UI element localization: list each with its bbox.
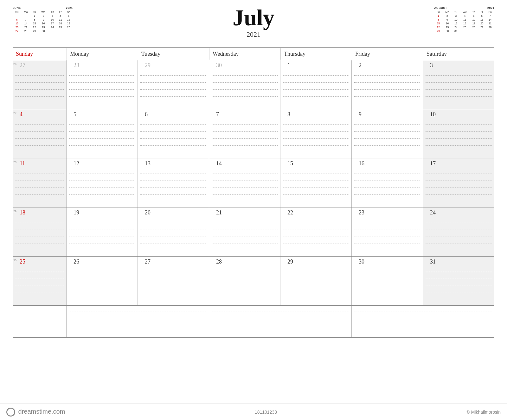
day-number: 23 — [359, 209, 364, 216]
day-header-wednesday: Wednesday — [209, 48, 280, 60]
day-number: 28 — [216, 258, 222, 265]
dotted-lines — [354, 268, 420, 293]
dotted-lines — [140, 219, 206, 244]
day-number: 6 — [145, 111, 148, 118]
day-number: 5 — [74, 111, 76, 118]
day-headers-row: SundayMondayTuesdayWednesdayThursdayFrid… — [13, 48, 494, 60]
day-number: 25 — [20, 258, 25, 265]
week-number: 30 — [13, 259, 16, 262]
day-header-monday: Monday — [67, 48, 138, 60]
day-number: 27 — [20, 62, 25, 69]
day-number: 29 — [145, 62, 151, 69]
day-header-saturday: Saturday — [423, 48, 494, 60]
dotted-lines — [283, 268, 349, 293]
calendar-cell-4: 274 — [13, 109, 67, 158]
dotted-lines — [15, 72, 64, 97]
calendar-cell-23: 23 — [352, 207, 423, 256]
day-number: 16 — [359, 160, 364, 167]
dotted-lines — [426, 219, 492, 244]
dotted-lines — [212, 121, 278, 146]
calendar-cell-30: 30 — [209, 60, 280, 109]
calendar-cell-5: 5 — [67, 109, 138, 158]
day-header-sunday: Sunday — [13, 48, 67, 60]
day-header-friday: Friday — [352, 48, 423, 60]
dotted-lines — [283, 219, 349, 244]
week-number: 27 — [13, 111, 16, 115]
dotted-lines — [69, 121, 135, 146]
day-number: 15 — [287, 160, 293, 167]
day-number: 27 — [145, 258, 151, 265]
day-header-tuesday: Tuesday — [138, 48, 209, 60]
calendar-cell-25: 3025 — [13, 257, 67, 305]
calendar-cell-17: 17 — [423, 158, 494, 207]
calendar-cell-6: 6 — [138, 109, 209, 158]
calendar-cell-10: 10 — [423, 109, 494, 158]
dotted-lines — [426, 72, 492, 97]
calendar-cell-11: 2811 — [13, 158, 67, 207]
calendar-week-27: 2745678910 — [13, 109, 494, 158]
dotted-lines — [426, 170, 492, 195]
dotted-lines — [69, 170, 135, 195]
day-number: 24 — [430, 209, 436, 216]
day-number: 26 — [74, 258, 79, 265]
dotted-lines — [15, 268, 64, 293]
month-title: July — [86, 6, 421, 29]
main-title: July 2021 — [73, 6, 434, 39]
calendar-cell-22: 22 — [280, 207, 352, 256]
calendar-cell-31: 31 — [423, 257, 494, 305]
calendar-cell-3: 3 — [423, 60, 494, 109]
dotted-lines — [15, 170, 64, 195]
calendar-grid: 2627282930123274567891028111213141516172… — [13, 60, 494, 306]
dotted-lines — [354, 170, 420, 195]
calendar-cell-1: 1 — [280, 60, 352, 109]
notes-cell-2 — [209, 306, 352, 337]
dotted-lines — [15, 219, 64, 244]
calendar-cell-8: 8 — [280, 109, 352, 158]
dotted-lines — [69, 219, 135, 244]
calendar-cell-16: 16 — [352, 158, 423, 207]
day-number: 11 — [20, 160, 25, 167]
calendar-cell-27: 27 — [138, 257, 209, 305]
day-number: 17 — [430, 160, 436, 167]
calendar-cell-19: 19 — [67, 207, 138, 256]
notes-cell-3 — [352, 306, 494, 337]
day-number: 18 — [20, 209, 25, 216]
week-number: 26 — [13, 62, 16, 66]
dotted-lines — [140, 170, 206, 195]
calendar-cell-21: 21 — [209, 207, 280, 256]
calendar-week-28: 2811121314151617 — [13, 158, 494, 207]
calendar-cell-12: 12 — [67, 158, 138, 207]
day-number: 28 — [74, 62, 79, 69]
calendar-cell-29: 29 — [138, 60, 209, 109]
calendar-cell-20: 20 — [138, 207, 209, 256]
day-number: 22 — [287, 209, 293, 216]
dotted-lines — [212, 170, 278, 195]
calendar-cell-7: 7 — [209, 109, 280, 158]
dotted-lines — [354, 72, 420, 97]
calendar-cell-13: 13 — [138, 158, 209, 207]
day-number: 3 — [430, 62, 433, 69]
dotted-lines — [140, 121, 206, 146]
day-number: 2 — [359, 62, 362, 69]
calendar-week-29: 2918192021222324 — [13, 207, 494, 257]
day-number: 4 — [20, 111, 22, 118]
notes-cell-1 — [67, 306, 209, 337]
dotted-lines — [283, 170, 349, 195]
calendar-cell-15: 15 — [280, 158, 352, 207]
day-number: 20 — [145, 209, 151, 216]
dotted-lines — [212, 72, 278, 97]
week-number: 28 — [13, 161, 16, 164]
calendar-cell-28: 28 — [209, 257, 280, 305]
dotted-lines — [212, 219, 278, 244]
day-number: 30 — [359, 258, 364, 265]
dotted-lines — [426, 121, 492, 146]
dotted-lines — [283, 121, 349, 146]
footer-logo-text: dreamstime.com — [18, 408, 65, 415]
day-number: 19 — [74, 209, 79, 216]
calendar-cell-28: 28 — [67, 60, 138, 109]
day-number: 14 — [216, 160, 222, 167]
day-number: 1 — [287, 62, 290, 69]
year-title: 2021 — [86, 30, 421, 39]
calendar-cell-29: 29 — [280, 257, 352, 305]
calendar-header: JUNE 2021 SuMoTuWeThFrSa1234567891011121… — [13, 6, 494, 42]
